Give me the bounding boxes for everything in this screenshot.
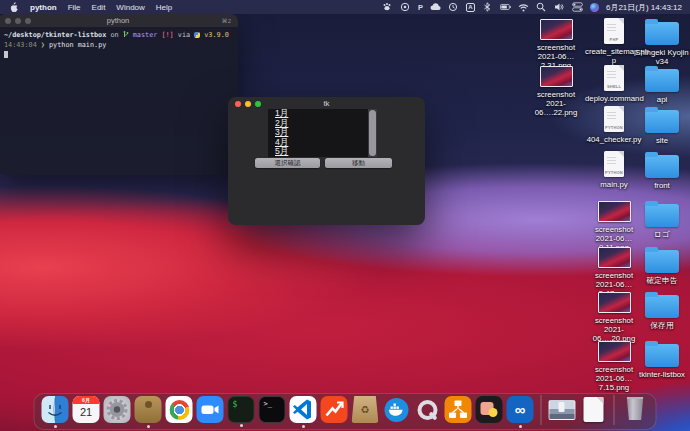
shutter-icon[interactable] bbox=[400, 2, 411, 13]
terminal-title-bar[interactable]: python ⌘2 bbox=[0, 14, 238, 27]
desktop-icon-folder[interactable]: Shingeki Kyojinv34 bbox=[633, 18, 690, 66]
terminal-window: python ⌘2 ~/desktop/tkinter-listbox on m… bbox=[0, 14, 238, 175]
terminal-prompt-line: ~/desktop/tkinter-listbox on master [!] … bbox=[4, 31, 232, 41]
chart-app-dock-icon[interactable] bbox=[321, 396, 348, 423]
confirm-selection-button[interactable]: 選択確認 bbox=[255, 158, 320, 168]
calendar-day: 21 bbox=[73, 404, 100, 421]
listbox-scrollbar[interactable] bbox=[368, 109, 377, 157]
listbox-item[interactable]: 3月 bbox=[275, 128, 377, 138]
desktop-icon-folder[interactable]: api bbox=[633, 65, 690, 104]
volume-icon[interactable] bbox=[554, 2, 565, 13]
chrome-dock-icon[interactable] bbox=[166, 396, 193, 423]
python-version: v3.9.0 bbox=[204, 31, 229, 39]
paw-icon[interactable] bbox=[382, 2, 393, 13]
input-source-a-icon[interactable]: A bbox=[466, 3, 475, 12]
control-center-icon[interactable] bbox=[572, 2, 583, 13]
menu-app-name[interactable]: python bbox=[30, 3, 57, 12]
menu-bar: python File Edit Window Help P A bbox=[0, 0, 690, 14]
folder-icon bbox=[645, 69, 679, 92]
close-button[interactable] bbox=[235, 101, 241, 107]
drawio-dock-icon[interactable] bbox=[445, 396, 472, 423]
contacts-app-dock-icon[interactable] bbox=[135, 396, 162, 423]
document-dock-item[interactable] bbox=[580, 396, 607, 423]
folder-icon bbox=[645, 110, 679, 133]
screenshot-thumbnail bbox=[540, 19, 573, 40]
desktop-icon-folder[interactable]: 確定申告 bbox=[633, 246, 690, 285]
desktop-icon-label: api bbox=[633, 95, 690, 104]
zoom-button[interactable] bbox=[255, 101, 261, 107]
letter-p-icon[interactable]: P bbox=[418, 2, 423, 13]
desktop-icon-label: 確定申告 bbox=[633, 276, 690, 285]
menu-bar-clock[interactable]: 6月21日(月) 14:43:12 bbox=[606, 2, 682, 13]
prompt-char: ❯ bbox=[41, 41, 45, 49]
menu-window[interactable]: Window bbox=[116, 3, 144, 12]
menu-help[interactable]: Help bbox=[156, 3, 172, 12]
calendar-month: 6月 bbox=[73, 396, 100, 404]
recycle-icon: ♻ bbox=[361, 404, 370, 415]
vscode-dock-icon[interactable] bbox=[290, 396, 317, 423]
desktop-icon-label: screenshot2021-06….22.png bbox=[527, 90, 585, 117]
menu-edit[interactable]: Edit bbox=[92, 3, 106, 12]
zoom-app-dock-icon[interactable] bbox=[197, 396, 224, 423]
minimized-window-dock-item[interactable] bbox=[549, 396, 576, 423]
finder-dock-icon[interactable] bbox=[42, 396, 69, 423]
desktop-icon-screenshot[interactable]: screenshot2021-06….22.png bbox=[527, 65, 585, 117]
git-branch-name: master bbox=[133, 31, 158, 39]
desktop-icon-folder[interactable]: 保存用 bbox=[633, 291, 690, 330]
clock-sync-icon[interactable] bbox=[448, 2, 459, 13]
siri-icon[interactable] bbox=[590, 3, 599, 12]
shopping-bag-app-dock-icon[interactable]: ♻ bbox=[352, 396, 379, 423]
folder-icon bbox=[645, 22, 679, 45]
month-listbox[interactable]: 1月 2月 3月 4月 5月 bbox=[268, 109, 377, 157]
file-icon: PYTHON bbox=[604, 106, 624, 132]
screenshot-thumbnail bbox=[598, 201, 631, 222]
document-icon bbox=[583, 397, 603, 422]
iterm-dock-icon[interactable]: >_ bbox=[259, 396, 286, 423]
desktop-icon-label: 保存用 bbox=[633, 321, 690, 330]
calendar-dock-icon[interactable]: 6月 21 bbox=[73, 396, 100, 423]
desktop-icon-folder[interactable]: ロゴ bbox=[633, 200, 690, 239]
desktop-icon-label: front bbox=[633, 181, 690, 190]
bluetooth-icon[interactable] bbox=[482, 2, 493, 13]
listbox-item[interactable]: 5月 bbox=[275, 147, 377, 157]
system-preferences-dock-icon[interactable] bbox=[104, 396, 131, 423]
apple-menu-icon[interactable] bbox=[8, 2, 19, 13]
trash-bin bbox=[626, 397, 644, 420]
cloud-icon[interactable] bbox=[430, 2, 441, 13]
design-app-dock-icon[interactable] bbox=[476, 396, 503, 423]
docker-dock-icon[interactable] bbox=[383, 396, 410, 423]
spotlight-search-icon[interactable] bbox=[536, 2, 547, 13]
desktop-icon-folder[interactable]: front bbox=[633, 151, 690, 190]
trash-dock-icon[interactable] bbox=[622, 396, 649, 423]
screenshot-thumbnail bbox=[598, 341, 631, 362]
chrome-logo bbox=[169, 400, 189, 420]
battery-icon[interactable] bbox=[500, 2, 511, 13]
scrollbar-thumb[interactable] bbox=[369, 110, 376, 156]
move-button[interactable]: 移動 bbox=[325, 158, 392, 168]
listbox-item[interactable]: 2月 bbox=[275, 119, 377, 129]
screenshot-thumbnail bbox=[598, 247, 631, 268]
quicktime-dock-icon[interactable] bbox=[414, 396, 441, 423]
terminal-output[interactable]: ~/desktop/tkinter-listbox on master [!] … bbox=[0, 27, 238, 63]
infinity-app-dock-icon[interactable]: ∞ bbox=[507, 396, 534, 423]
desktop-icon-folder[interactable]: tkinter-listbox bbox=[633, 340, 690, 379]
listbox-item[interactable]: 1月 bbox=[275, 109, 377, 119]
tk-traffic-lights bbox=[235, 101, 261, 107]
desktop-icon-label: ロゴ bbox=[633, 230, 690, 239]
terminal-dock-icon[interactable]: $ bbox=[228, 396, 255, 423]
file-icon: SHELL bbox=[604, 65, 624, 91]
menu-file[interactable]: File bbox=[68, 3, 81, 12]
desktop-icon-screenshot[interactable]: screenshot2021-06…2.31.png bbox=[527, 18, 585, 70]
screenshot-thumbnail bbox=[598, 292, 631, 313]
desktop: python File Edit Window Help P A bbox=[0, 0, 690, 431]
folder-icon bbox=[645, 155, 679, 178]
minimize-button[interactable] bbox=[245, 101, 251, 107]
listbox-item[interactable]: 4月 bbox=[275, 138, 377, 148]
typed-command: python main.py bbox=[49, 41, 106, 49]
screenshot-thumbnail bbox=[540, 66, 573, 87]
file-icon: PHP bbox=[604, 18, 624, 44]
file-icon: PYTHON bbox=[604, 151, 624, 177]
desktop-icon-folder[interactable]: site bbox=[633, 106, 690, 145]
wifi-icon[interactable] bbox=[518, 2, 529, 13]
desktop-icon-label: tkinter-listbox bbox=[633, 370, 690, 379]
